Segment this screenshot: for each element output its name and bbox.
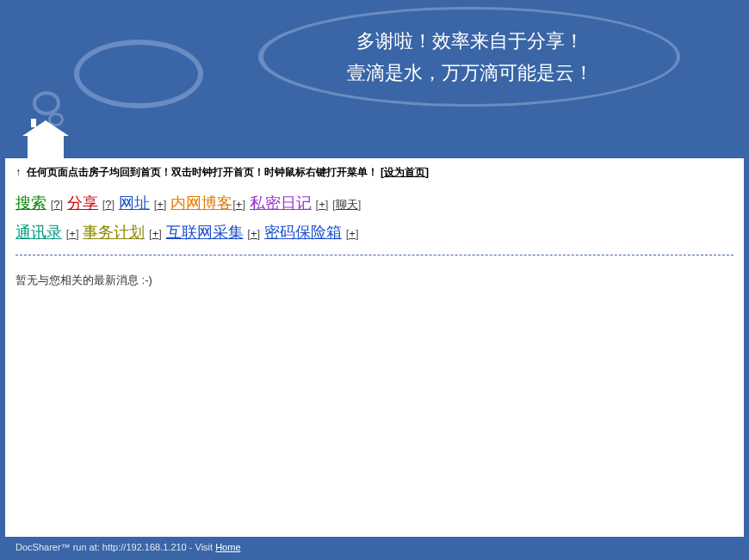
tip-text: 任何页面点击房子均回到首页！双击时钟打开首页！时钟鼠标右键打开菜单！ xyxy=(27,166,378,178)
nav-contacts[interactable]: 通讯录 xyxy=(15,224,62,241)
nav-blog[interactable]: 内网博客 xyxy=(170,194,232,212)
nav-urls-add[interactable]: + xyxy=(157,198,164,211)
empty-message: 暂无与您相关的最新消息 :-) xyxy=(15,273,734,288)
slogan: 多谢啦！效率来自于分享！ 壹滴是水，万万滴可能是云！ xyxy=(263,9,677,104)
nav-urls[interactable]: 网址 xyxy=(119,194,150,212)
tip-line: ↑ 任何页面点击房子均回到首页！双击时钟打开首页！时钟鼠标右键打开菜单！ [设为… xyxy=(15,165,734,180)
nav-diary[interactable]: 私密日记 xyxy=(250,194,312,212)
up-arrow-icon: ↑ xyxy=(15,166,21,178)
footer-text: DocSharer™ run at: http://192.168.1.210 … xyxy=(15,542,215,552)
nav-contacts-add[interactable]: + xyxy=(69,227,76,240)
header-banner: 多谢啦！效率来自于分享！ 壹滴是水，万万滴可能是云！ xyxy=(0,0,749,158)
nav-search[interactable]: 搜索 xyxy=(15,194,46,212)
nav-diary-add[interactable]: + xyxy=(319,198,325,211)
nav-plan[interactable]: 事务计划 xyxy=(83,224,145,241)
footer-home-link[interactable]: Home xyxy=(215,542,240,552)
nav-collect[interactable]: 互联网采集 xyxy=(166,224,244,241)
nav-plan-add[interactable]: + xyxy=(152,227,159,240)
footer: DocSharer™ run at: http://192.168.1.210 … xyxy=(0,537,749,560)
slogan-line2: 壹滴是水，万万滴可能是云！ xyxy=(347,57,593,89)
set-home-link[interactable]: 设为首页 xyxy=(384,166,425,178)
nav-blog-add[interactable]: + xyxy=(236,198,243,211)
nav-collect-add[interactable]: + xyxy=(251,227,257,240)
nav-search-help[interactable]: ? xyxy=(53,198,59,211)
home-icon[interactable] xyxy=(22,124,74,158)
slogan-line1: 多谢啦！效率来自于分享！ xyxy=(356,25,584,57)
nav-share-help[interactable]: ? xyxy=(105,198,111,211)
main-content: ↑ 任何页面点击房子均回到首页！双击时钟打开首页！时钟鼠标右键打开菜单！ [设为… xyxy=(0,158,749,537)
divider xyxy=(15,255,734,255)
nav-password[interactable]: 密码保险箱 xyxy=(264,224,342,241)
nav-links: 搜索 [?] 分享 [?] 网址 [+] 内网博客[+] 私密日记 [+] [聊… xyxy=(15,188,734,248)
thought-bubble-inner xyxy=(79,45,198,103)
nav-password-add[interactable]: + xyxy=(349,227,356,240)
nav-chat[interactable]: 聊天 xyxy=(336,198,358,211)
nav-share[interactable]: 分享 xyxy=(67,194,98,212)
